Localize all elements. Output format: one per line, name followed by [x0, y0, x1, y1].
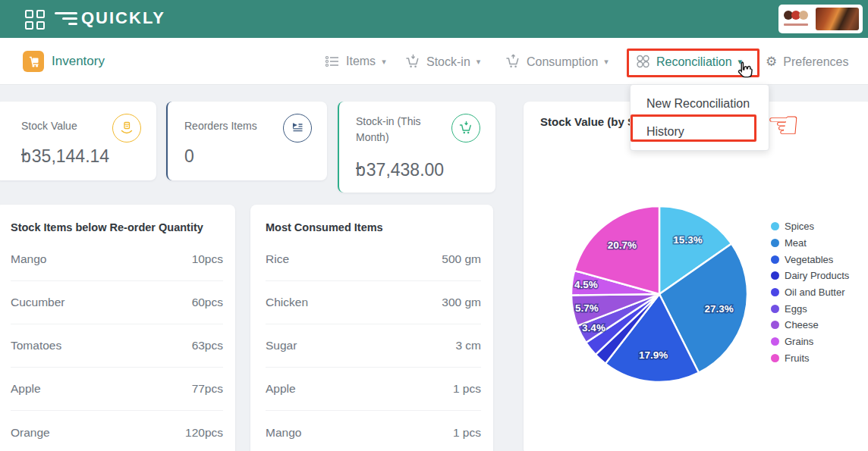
hand-holding-money-icon [112, 114, 141, 143]
item-name: Apple [266, 382, 296, 396]
legend-label: Fruits [785, 352, 810, 364]
legend-label: Spices [785, 221, 814, 232]
chevron-down-icon: ▾ [738, 57, 743, 67]
table-row: Sugar3 cm [266, 324, 481, 368]
legend-item[interactable]: Spices [771, 218, 849, 235]
stat-value: 0 [184, 146, 194, 167]
item-quantity: 3 cm [455, 339, 481, 352]
pie-percent-label: 5.7% [575, 302, 599, 314]
stat-label: Reorders Items [184, 120, 257, 132]
table-rows: Rice500 gmChicken300 gmSugar3 cmApple1 p… [266, 238, 481, 451]
legend-label: Meat [785, 237, 807, 249]
nav-item-reconciliation[interactable]: Reconciliation ▾ [636, 55, 742, 69]
nav-item-label: Preferences [783, 55, 848, 68]
item-name: Mango [266, 426, 301, 440]
legend-dot-icon [771, 222, 779, 230]
logo-speed-lines-icon [55, 12, 77, 25]
legend-dot-icon [771, 321, 779, 329]
flag-list-icon [283, 114, 312, 143]
logo-text: QUICKLY [81, 8, 165, 28]
taka-currency-icon [356, 160, 366, 180]
reconciliation-dropdown-menu: New Reconciliation History [630, 84, 769, 151]
item-name: Orange [11, 426, 50, 440]
menu-item-history[interactable]: History [631, 117, 769, 146]
table-row: Rice500 gm [266, 238, 481, 281]
legend-dot-icon [771, 305, 779, 313]
stat-label: Stock-in (This Month) [356, 114, 447, 146]
item-name: Mango [11, 252, 46, 266]
table-row: Apple77pcs [11, 368, 223, 411]
table-row: Cucumber60pcs [11, 281, 223, 324]
account-brand-card[interactable] [778, 5, 863, 33]
table-title: Stock Items below Re-order Quantity [11, 221, 203, 233]
app-grid-icon[interactable] [25, 10, 45, 30]
legend-item[interactable]: Grains [771, 334, 849, 350]
nav-section-inventory[interactable]: Inventory [23, 51, 105, 72]
table-row: Orange120pcs [11, 411, 223, 451]
legend-label: Oil and Butter [785, 287, 845, 298]
item-name: Tomatoes [11, 339, 61, 352]
nav-item-label: Stock-in [426, 55, 470, 68]
chevron-down-icon: ▾ [476, 57, 481, 67]
pie-percent-label: 4.5% [574, 279, 598, 290]
chevron-down-icon: ▾ [382, 57, 386, 67]
nav-section-label: Inventory [52, 54, 105, 69]
app-logo[interactable]: QUICKLY [55, 8, 165, 28]
logo-dots-icon [784, 11, 808, 20]
item-name: Apple [11, 382, 41, 396]
stat-card-reorders-items: Reorders Items 0 [166, 102, 327, 180]
item-quantity: 77pcs [192, 382, 223, 396]
stat-value: 35,144.14 [21, 146, 109, 167]
pie-percent-label: 27.3% [705, 303, 734, 315]
item-name: Chicken [266, 296, 308, 309]
chart-legend: SpicesMeatVegetablesDairy ProductsOil an… [771, 218, 849, 366]
gear-icon: ⚙ [766, 54, 777, 70]
menu-item-new-reconciliation[interactable]: New Reconciliation [631, 89, 769, 117]
legend-item[interactable]: Oil and Butter [771, 284, 849, 301]
nav-item-stock-in[interactable]: Stock-in ▾ [405, 55, 480, 69]
legend-dot-icon [771, 337, 779, 346]
nav-item-label: Reconciliation [656, 55, 732, 68]
stat-value: 37,438.00 [356, 160, 444, 180]
nav-item-preferences[interactable]: ⚙ Preferences [766, 54, 849, 70]
legend-dot-icon [771, 239, 779, 247]
legend-item[interactable]: Fruits [771, 350, 849, 367]
taka-currency-icon [21, 146, 31, 167]
legend-item[interactable]: Vegetables [771, 251, 849, 268]
item-quantity: 63pcs [192, 339, 223, 352]
item-name: Cucumber [11, 296, 65, 309]
legend-label: Dairy Products [785, 270, 849, 281]
legend-dot-icon [771, 354, 779, 362]
table-row: Mango1 pcs [266, 411, 481, 451]
table-title: Most Consumed Items [266, 221, 383, 233]
item-quantity: 1 pcs [453, 382, 481, 396]
legend-label: Eggs [785, 303, 807, 315]
item-quantity: 120pcs [185, 426, 223, 440]
legend-label: Grains [785, 336, 813, 347]
item-quantity: 300 gm [442, 296, 481, 309]
item-quantity: 10pcs [192, 252, 223, 266]
pie-percent-label: 20.7% [608, 240, 637, 251]
legend-item[interactable]: Meat [771, 235, 849, 252]
legend-item[interactable]: Cheese [771, 317, 849, 334]
legend-label: Cheese [785, 319, 819, 330]
nav-item-consumption[interactable]: Consumption ▾ [505, 55, 609, 69]
item-quantity: 60pcs [192, 296, 223, 309]
nav-item-items[interactable]: Items ▾ [326, 55, 386, 68]
pie-percent-label: 3.4% [582, 322, 605, 334]
table-row: Tomatoes63pcs [11, 324, 223, 368]
table-rows: Mango10pcsCucumber60pcsTomatoes63pcsAppl… [11, 238, 223, 451]
legend-dot-icon [771, 271, 779, 280]
legend-item[interactable]: Dairy Products [771, 268, 849, 284]
legend-dot-icon [771, 255, 779, 264]
top-app-bar: QUICKLY [0, 0, 868, 38]
stat-label: Stock Value [21, 120, 77, 132]
inventory-handtruck-icon [23, 51, 44, 72]
chart-title: Stock Value (by S [540, 115, 635, 128]
pie-percent-label: 15.3% [673, 234, 702, 246]
restaurant-logo [784, 11, 808, 26]
table-row: Chicken300 gm [266, 281, 481, 324]
legend-item[interactable]: Eggs [771, 300, 849, 317]
nav-item-label: Consumption [527, 55, 598, 68]
cart-arrow-up-icon [505, 55, 520, 69]
